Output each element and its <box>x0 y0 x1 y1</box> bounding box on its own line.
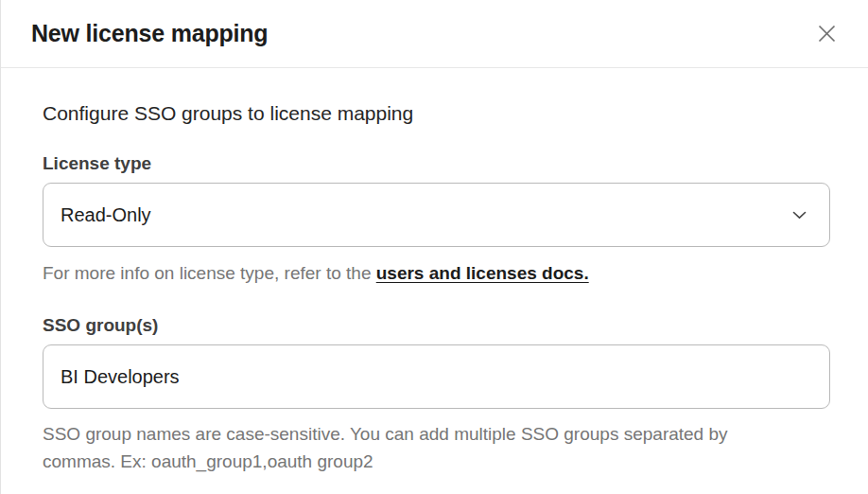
license-type-selected-value: Read-Only <box>61 204 151 226</box>
sso-groups-field: SSO group(s) SSO group names are case-se… <box>43 315 830 475</box>
x-icon <box>814 21 840 46</box>
close-button[interactable] <box>810 17 843 50</box>
modal-body: Configure SSO groups to license mapping … <box>1 68 868 475</box>
license-type-helper-text: For more info on license type, refer to … <box>43 263 376 283</box>
section-title: Configure SSO groups to license mapping <box>43 102 830 125</box>
license-type-helper: For more info on license type, refer to … <box>43 259 830 287</box>
license-type-field: License type Read-Only For more info on … <box>43 153 830 287</box>
modal-title: New license mapping <box>31 20 268 47</box>
modal-header: New license mapping <box>1 0 868 68</box>
license-type-label: License type <box>43 153 830 174</box>
users-and-licenses-docs-link[interactable]: users and licenses docs. <box>376 263 589 283</box>
license-type-select[interactable]: Read-Only <box>43 183 830 247</box>
chevron-down-icon <box>792 211 807 220</box>
sso-groups-label: SSO group(s) <box>43 315 830 336</box>
sso-groups-input[interactable] <box>43 344 830 409</box>
sso-groups-helper: SSO group names are case-sensitive. You … <box>43 420 780 475</box>
